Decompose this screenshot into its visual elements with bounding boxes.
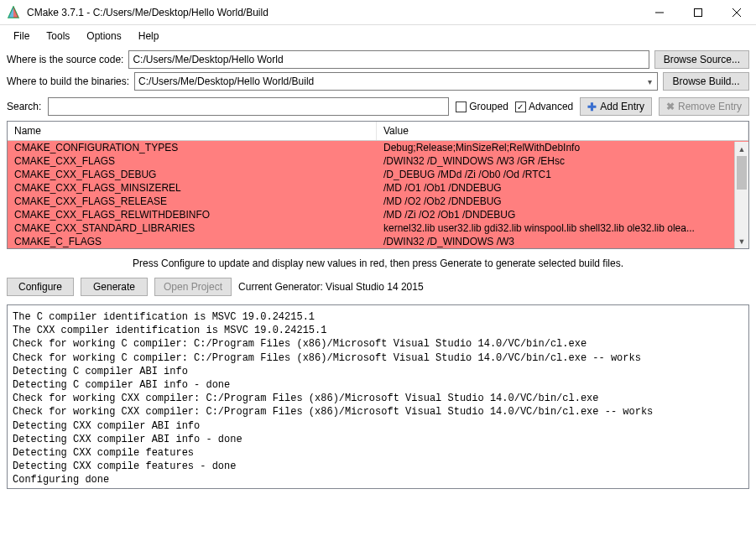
remove-entry-button: ✖ Remove Entry	[659, 97, 749, 116]
table-row[interactable]: CMAKE_CXX_FLAGS/DWIN32 /D_WINDOWS /W3 /G…	[8, 154, 734, 168]
build-label: Where to build the binaries:	[7, 75, 129, 87]
advanced-checkbox[interactable]: ✓ Advanced	[515, 101, 573, 112]
menu-help[interactable]: Help	[132, 29, 166, 44]
configure-button[interactable]: Configure	[7, 278, 74, 296]
source-path-box[interactable]	[128, 50, 649, 69]
table-row[interactable]: CMAKE_CXX_STANDARD_LIBRARIESkernel32.lib…	[8, 221, 734, 235]
cell-value: /MD /O1 /Ob1 /DNDEBUG	[377, 181, 734, 195]
checkbox-box-icon: ✓	[515, 101, 526, 112]
column-header-value[interactable]: Value	[377, 122, 748, 140]
grouped-label: Grouped	[469, 101, 508, 112]
source-input[interactable]	[133, 54, 644, 65]
table-row[interactable]: CMAKE_C_FLAGS/DWIN32 /D_WINDOWS /W3	[8, 235, 734, 248]
chevron-down-icon[interactable]: ▾	[646, 77, 654, 86]
menubar: File Tools Options Help	[0, 25, 756, 47]
plus-icon: ✚	[587, 101, 597, 113]
cell-name: CMAKE_CXX_FLAGS_RELEASE	[8, 195, 377, 208]
scrollbar-thumb[interactable]	[737, 156, 747, 190]
cell-value: /MD /O2 /Ob2 /DNDEBUG	[377, 195, 734, 208]
cell-value: /D_DEBUG /MDd /Zi /Ob0 /Od /RTC1	[377, 168, 734, 181]
current-generator-label: Current Generator: Visual Studio 14 2015	[238, 281, 424, 293]
table-row[interactable]: CMAKE_CXX_FLAGS_MINSIZEREL/MD /O1 /Ob1 /…	[8, 181, 734, 195]
cell-name: CMAKE_CXX_FLAGS_DEBUG	[8, 168, 377, 181]
column-header-name[interactable]: Name	[8, 122, 377, 140]
search-input[interactable]	[48, 97, 449, 116]
table-row[interactable]: CMAKE_CXX_FLAGS_RELWITHDEBINFO/MD /Zi /O…	[8, 208, 734, 221]
menu-options[interactable]: Options	[80, 29, 128, 44]
build-path-box[interactable]: ▾	[134, 72, 658, 91]
cell-value: /MD /Zi /O2 /Ob1 /DNDEBUG	[377, 208, 734, 221]
titlebar: CMake 3.7.1 - C:/Users/Me/Desktop/Hello …	[0, 0, 756, 25]
hint-text: Press Configure to update and display ne…	[7, 252, 749, 273]
app-icon	[7, 6, 20, 19]
output-log[interactable]: The C compiler identification is MSVC 19…	[7, 304, 749, 489]
menu-file[interactable]: File	[7, 29, 36, 44]
cache-table: Name Value CMAKE_CONFIGURATION_TYPESDebu…	[7, 121, 749, 249]
remove-entry-label: Remove Entry	[678, 101, 742, 112]
svg-rect-1	[695, 8, 702, 16]
generate-button[interactable]: Generate	[81, 278, 148, 296]
search-label: Search:	[7, 101, 41, 112]
checkbox-box-icon	[456, 101, 467, 112]
cell-name: CMAKE_CXX_FLAGS_RELWITHDEBINFO	[8, 208, 377, 221]
build-input[interactable]	[138, 75, 646, 87]
open-project-button: Open Project	[154, 278, 232, 296]
table-scrollbar[interactable]: ▲ ▼	[734, 142, 748, 248]
cell-value: kernel32.lib user32.lib gdi32.lib winspo…	[377, 221, 734, 235]
menu-tools[interactable]: Tools	[39, 29, 76, 44]
scroll-down-icon[interactable]: ▼	[735, 234, 748, 248]
source-label: Where is the source code:	[7, 54, 123, 65]
advanced-label: Advanced	[529, 101, 573, 112]
add-entry-button[interactable]: ✚ Add Entry	[580, 97, 652, 116]
x-icon: ✖	[666, 101, 675, 112]
table-row[interactable]: CMAKE_CONFIGURATION_TYPESDebug;Release;M…	[8, 141, 734, 154]
cell-name: CMAKE_CXX_STANDARD_LIBRARIES	[8, 221, 377, 235]
cell-value: /DWIN32 /D_WINDOWS /W3	[377, 235, 734, 248]
cell-name: CMAKE_C_FLAGS	[8, 235, 377, 248]
table-row[interactable]: CMAKE_CXX_FLAGS_RELEASE/MD /O2 /Ob2 /DND…	[8, 195, 734, 208]
minimize-button[interactable]	[640, 0, 679, 25]
table-row[interactable]: CMAKE_CXX_FLAGS_DEBUG/D_DEBUG /MDd /Zi /…	[8, 168, 734, 181]
scroll-up-icon[interactable]: ▲	[735, 142, 748, 156]
close-button[interactable]	[717, 0, 756, 25]
cell-value: Debug;Release;MinSizeRel;RelWithDebInfo	[377, 141, 734, 154]
window-title: CMake 3.7.1 - C:/Users/Me/Desktop/Hello …	[27, 7, 640, 18]
browse-source-button[interactable]: Browse Source...	[654, 50, 749, 69]
grouped-checkbox[interactable]: Grouped	[456, 101, 508, 112]
cell-name: CMAKE_CXX_FLAGS	[8, 154, 377, 168]
maximize-button[interactable]	[679, 0, 717, 25]
add-entry-label: Add Entry	[600, 101, 644, 112]
cell-name: CMAKE_CXX_FLAGS_MINSIZEREL	[8, 181, 377, 195]
cell-name: CMAKE_CONFIGURATION_TYPES	[8, 141, 377, 154]
cell-value: /DWIN32 /D_WINDOWS /W3 /GR /EHsc	[377, 154, 734, 168]
browse-build-button[interactable]: Browse Build...	[663, 72, 749, 91]
